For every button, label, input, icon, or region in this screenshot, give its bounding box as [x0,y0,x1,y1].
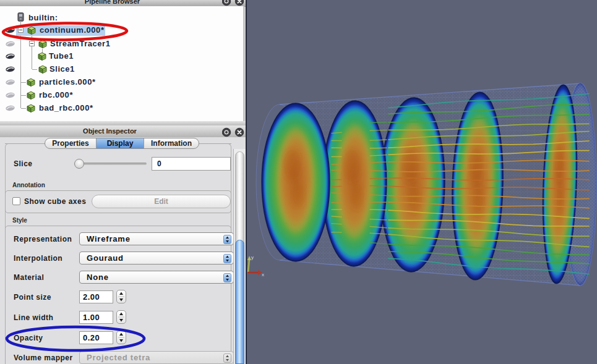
svg-text:x: x [262,272,264,277]
svg-text:y: y [251,255,254,260]
